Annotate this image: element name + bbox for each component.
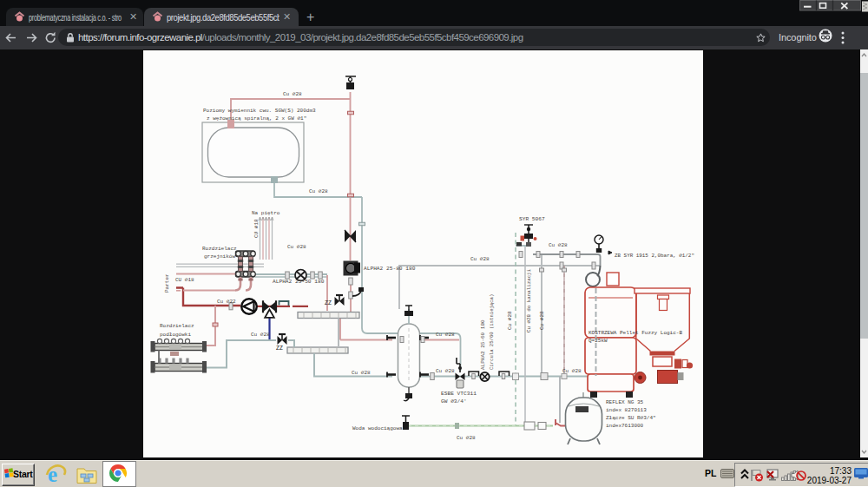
svg-text:Parter: Parter [164, 273, 170, 293]
svg-text:ALPHA2 25-60 180: ALPHA2 25-60 180 [480, 319, 486, 370]
svg-text:ZB SYR 1915 2,0bara, ∅1/2": ZB SYR 1915 2,0bara, ∅1/2" [615, 253, 694, 259]
svg-text:SYR 5067: SYR 5067 [519, 216, 545, 222]
svg-text:Cu ∅28: Cu ∅28 [436, 332, 455, 338]
svg-text:podłogówki: podłogówki [160, 332, 191, 338]
svg-text:CU ∅18: CU ∅18 [253, 219, 260, 238]
svg-text:ESBE VTC311: ESBE VTC311 [441, 391, 477, 397]
svg-text:z wężownicą spiralną, 2 x GW ∅: z wężownicą spiralną, 2 x GW ∅1" [207, 115, 306, 122]
svg-text:Cu ∅28: Cu ∅28 [352, 370, 371, 376]
svg-text:Cu ∅28: Cu ∅28 [309, 188, 328, 194]
svg-text:Cu ∅28: Cu ∅28 [539, 311, 545, 330]
svg-text:Cu ∅22: Cu ∅22 [217, 299, 236, 305]
svg-text:ALPHA2 25-80 180: ALPHA2 25-80 180 [364, 266, 416, 272]
svg-text:ZZ: ZZ [276, 346, 283, 352]
svg-text:Cu ∅28: Cu ∅28 [507, 311, 513, 330]
svg-text:Cu ∅28: Cu ∅28 [457, 435, 476, 441]
svg-text:Cu ∅28: Cu ∅28 [251, 332, 270, 338]
svg-text:index 8270113: index 8270113 [606, 407, 647, 413]
svg-text:Rozdzielacz: Rozdzielacz [202, 246, 237, 252]
svg-text:Cu ∅28: Cu ∅28 [436, 368, 455, 374]
svg-text:Rozdzielacz: Rozdzielacz [160, 323, 194, 329]
svg-text:Cu ∅28: Cu ∅28 [549, 242, 568, 248]
svg-text:Q=25kW: Q=25kW [589, 338, 608, 344]
svg-text:Cu ∅28: Cu ∅28 [470, 256, 490, 262]
svg-text:REFLEX NG 35: REFLEX NG 35 [606, 399, 644, 405]
svg-text:GW ∅3/4': GW ∅3/4' [441, 398, 467, 405]
svg-text:KOSTRZEWA Pellet Fuzzy Logic-B: KOSTRZEWA Pellet Fuzzy Logic-B [589, 330, 682, 336]
svg-text:Na piętro: Na piętro [252, 210, 280, 216]
svg-text:Złącze SU R∅3/4": Złącze SU R∅3/4" [606, 415, 656, 421]
svg-text:ALPHA2 25-50 180: ALPHA2 25-50 180 [273, 279, 325, 285]
svg-text:Cu ∅28 do kanalizacji: Cu ∅28 do kanalizacji [526, 268, 532, 332]
svg-text:ZZ: ZZ [325, 300, 332, 306]
svg-text:Circula 25/60 (istniejąca): Circula 25/60 (istniejąca) [489, 294, 495, 370]
svg-text:Poziomy wymiennik cwu. SGW(S): Poziomy wymiennik cwu. SGW(S) 200dm3 [203, 108, 316, 114]
svg-text:CU ∅18: CU ∅18 [175, 277, 194, 283]
svg-text:index7613000: index7613000 [606, 423, 644, 429]
svg-text:Cu ∅28: Cu ∅28 [283, 91, 302, 97]
svg-text:grzejników: grzejników [204, 253, 235, 260]
svg-text:Woda wodociągowa: Woda wodociągowa [352, 425, 403, 431]
svg-text:Cu ∅28: Cu ∅28 [287, 244, 306, 250]
svg-text:Cu ∅28: Cu ∅28 [562, 368, 582, 374]
